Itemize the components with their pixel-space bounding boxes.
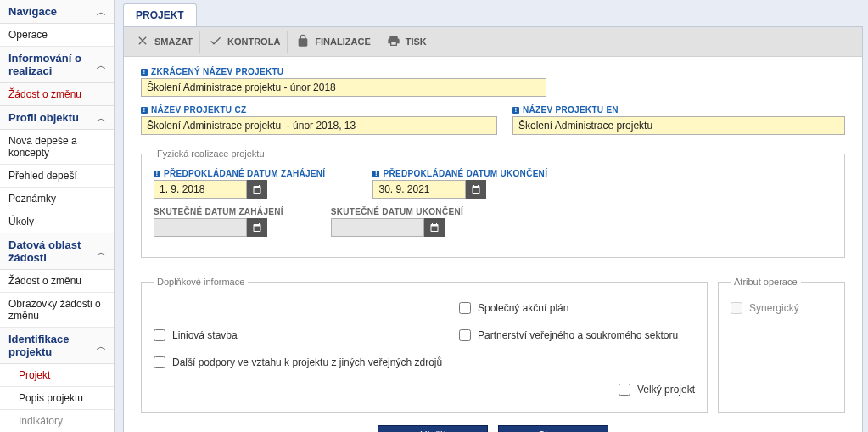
label-actual-end: SKUTEČNÉ DATUM UKONČENÍ: [331, 207, 463, 216]
chevron-up-icon: 〈: [94, 247, 107, 256]
nav-section-label: Profil objektu: [8, 111, 79, 124]
required-icon: [512, 107, 519, 114]
required-icon: [141, 107, 148, 114]
nav-item-nova-depesa[interactable]: Nová depeše a koncepty: [0, 130, 114, 165]
calendar-icon[interactable]: [247, 180, 267, 199]
print-icon: [387, 34, 400, 49]
tab-projekt[interactable]: PROJEKT: [123, 3, 197, 26]
chk-velky[interactable]: Velký projekt: [619, 384, 695, 396]
nav-section-datova[interactable]: Datová oblast žádosti 〈: [0, 233, 114, 270]
nav-item-projekt[interactable]: Projekt: [0, 364, 114, 387]
nav-item-indikatory[interactable]: Indikátory: [0, 410, 114, 432]
fieldset-info: Doplňkové informace Společný akční plán …: [141, 277, 708, 413]
content-panel: SMAZAT KONTROLA FINALIZACE TISK: [123, 26, 863, 432]
nav-section-label: Informování o realizaci: [8, 52, 96, 77]
label-name-cz: NÁZEV PROJEKTU CZ: [141, 105, 497, 115]
chevron-up-icon: 〈: [94, 60, 107, 70]
chk-synergicky[interactable]: Synergický: [731, 302, 832, 314]
nav-section-label: Datová oblast žádosti: [8, 238, 96, 264]
check-icon: [209, 34, 222, 49]
nav-item-zadost-zmenu2[interactable]: Žádost o změnu: [0, 270, 114, 293]
tool-label: FINALIZACE: [315, 36, 370, 47]
nav-section-profil[interactable]: Profil objektu 〈: [0, 106, 114, 130]
nav-section-label: Identifikace projektu: [8, 333, 96, 358]
calendar-icon[interactable]: [466, 180, 486, 199]
checkbox-input[interactable]: [154, 356, 165, 368]
nav-item-poznamky[interactable]: Poznámky: [0, 188, 114, 210]
checkbox-input[interactable]: [459, 302, 471, 314]
toolbar: SMAZAT KONTROLA FINALIZACE TISK: [124, 27, 862, 57]
main: PROJEKT SMAZAT KONTROLA FINALIZACE T: [115, 0, 868, 432]
label-actual-start: SKUTEČNÉ DATUM ZAHÁJENÍ: [154, 207, 283, 216]
nav-item-operace[interactable]: Operace: [0, 24, 114, 47]
name-short-input[interactable]: [141, 78, 546, 97]
calendar-icon[interactable]: [424, 218, 445, 237]
required-icon: [372, 171, 379, 177]
chk-liniova[interactable]: Liniová stavba: [154, 329, 459, 341]
chk-spolecny[interactable]: Společný akční plán: [459, 302, 695, 314]
date-end-input[interactable]: [372, 180, 466, 199]
checkbox-input[interactable]: [459, 329, 471, 341]
lock-icon: [296, 34, 310, 49]
label-name-en: NÁZEV PROJEKTU EN: [512, 105, 845, 115]
actual-end-input[interactable]: [331, 218, 424, 237]
nav-item-zadost-zmenu[interactable]: Žádost o změnu: [0, 83, 114, 106]
tisk-button[interactable]: TISK: [380, 31, 434, 53]
tool-label: SMAZAT: [154, 36, 193, 47]
tool-label: KONTROLA: [227, 36, 280, 47]
legend-info: Doplňkové informace: [154, 277, 248, 287]
date-start-input[interactable]: [154, 180, 247, 199]
cancel-button[interactable]: Storno: [498, 425, 608, 432]
nav-section-label: Navigace: [8, 5, 57, 18]
finalizace-button[interactable]: FINALIZACE: [289, 31, 378, 53]
nav-section-identifikace[interactable]: Identifikace projektu 〈: [0, 328, 114, 364]
checkbox-input[interactable]: [619, 384, 630, 396]
fieldset-realizace: Fyzická realizace projektu PŘEDPOKLÁDANÉ…: [141, 149, 845, 258]
legend-realizace: Fyzická realizace projektu: [154, 149, 268, 159]
label-date-start: PŘEDPOKLÁDANÉ DATUM ZAHÁJENÍ: [154, 169, 325, 178]
delete-icon: [136, 34, 149, 49]
save-button[interactable]: Uložit: [378, 425, 488, 432]
checkbox-input[interactable]: [154, 329, 165, 341]
name-en-input[interactable]: [512, 116, 845, 135]
smazat-button[interactable]: SMAZAT: [129, 31, 200, 53]
chevron-up-icon: 〈: [94, 113, 107, 122]
required-icon: [154, 171, 160, 177]
calendar-icon[interactable]: [247, 218, 267, 237]
nav-item-obrazovky[interactable]: Obrazovky žádosti o změnu: [0, 293, 114, 328]
tool-label: TISK: [406, 36, 427, 47]
nav-item-ukoly[interactable]: Úkoly: [0, 210, 114, 233]
nav-section-informovani[interactable]: Informování o realizaci 〈: [0, 47, 114, 83]
chk-dalsi[interactable]: Další podpory ve vztahu k projektu z jin…: [154, 356, 695, 368]
label-date-end: PŘEDPOKLÁDANÉ DATUM UKONČENÍ: [372, 169, 547, 178]
kontrola-button[interactable]: KONTROLA: [202, 31, 288, 53]
name-cz-input[interactable]: [141, 116, 497, 135]
chk-partnerstvi[interactable]: Partnerství veřejného a soukromého sekto…: [459, 329, 695, 341]
nav-item-prehled[interactable]: Přehled depeší: [0, 165, 114, 188]
chevron-up-icon: 〈: [94, 7, 107, 16]
required-icon: [141, 69, 148, 76]
nav-section-navigace[interactable]: Navigace 〈: [0, 0, 114, 24]
actual-start-input[interactable]: [154, 218, 247, 237]
checkbox-input: [731, 302, 742, 314]
nav-item-popis[interactable]: Popis projektu: [0, 387, 114, 410]
label-name-short: ZKRÁCENÝ NÁZEV PROJEKTU: [141, 67, 845, 76]
legend-attr: Atribut operace: [731, 277, 801, 287]
sidebar: Navigace 〈 Operace Informování o realiza…: [0, 0, 115, 432]
chevron-up-icon: 〈: [94, 341, 107, 351]
fieldset-attr: Atribut operace Synergický: [718, 277, 845, 413]
